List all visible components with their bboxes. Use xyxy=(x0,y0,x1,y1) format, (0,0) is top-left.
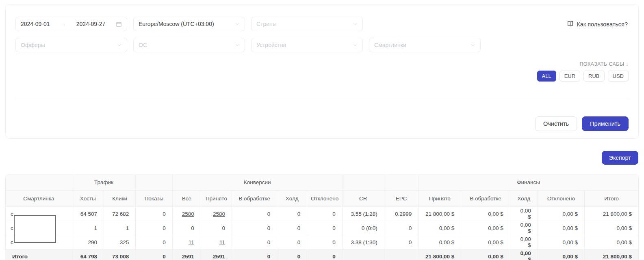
conv-processing-total: 0 xyxy=(232,249,277,260)
conversions-accepted-link[interactable]: 2580 xyxy=(213,211,225,217)
conversions-accepted-link[interactable]: 11 xyxy=(219,239,225,245)
clicks-total: 73 008 xyxy=(104,249,135,260)
conv-all-cell: 2591 xyxy=(172,249,201,260)
clicks-value: 72 682 xyxy=(104,207,135,221)
totals-row: Итого 64 798 73 008 0 2591 2591 0 0 0 21… xyxy=(6,249,638,260)
table-row: с 64 507 72 682 0 2580 2580 0 0 0 3.55 (… xyxy=(6,207,638,221)
column-header-cr: CR xyxy=(342,191,384,207)
column-header-shows: Показы xyxy=(135,191,172,207)
date-range-picker[interactable]: 2024-09-01 → 2024-09-27 xyxy=(15,17,127,31)
column-header-fin-hold: Холд xyxy=(510,191,538,207)
column-header-conv-processing: В обработке xyxy=(232,191,277,207)
swap-right-icon: → xyxy=(56,21,70,27)
group-header-empty xyxy=(384,174,418,191)
currency-button-rub[interactable]: RUB xyxy=(583,71,604,82)
show-subs-toggle[interactable]: ПОКАЗАТЬ САБЫ ↓ xyxy=(15,61,629,67)
stats-table: Трафик Конверсии Финансы Смартлинка Хост… xyxy=(6,174,638,260)
offers-select[interactable]: Офферы xyxy=(15,38,127,52)
epc-value: 0.2999 xyxy=(384,207,418,221)
fin-grand-total: 21 800,00 $ xyxy=(584,249,638,260)
hosts-value: 64 507 xyxy=(72,207,104,221)
fin-hold-value: 0,00 $ xyxy=(510,221,538,235)
fin-accepted-total: 21 800,00 $ xyxy=(418,249,461,260)
conv-hold-total: 0 xyxy=(277,249,307,260)
column-header-hosts: Хосты xyxy=(72,191,104,207)
fin-processing-total: 0,00 $ xyxy=(461,249,510,260)
export-button[interactable]: Экспорт xyxy=(602,151,638,165)
cr-value: 3.38 (1:30) xyxy=(342,235,384,249)
conv-all-cell: 2580 xyxy=(172,207,201,221)
currency-button-all[interactable]: ALL xyxy=(537,71,556,82)
fin-accepted-value: 0,00 $ xyxy=(418,221,461,235)
conv-processing-value: 0 xyxy=(232,207,277,221)
timezone-select[interactable]: Europe/Moscow (UTC+03:00) xyxy=(133,17,245,31)
fin-processing-value: 0,00 $ xyxy=(461,207,510,221)
fin-processing-value: 0,00 $ xyxy=(461,221,510,235)
apply-button[interactable]: Применить xyxy=(582,116,629,131)
chevron-down-icon xyxy=(471,43,475,47)
column-header-conv-all: Все xyxy=(172,191,201,207)
conv-hold-value: 0 xyxy=(277,207,307,221)
currency-button-eur[interactable]: EUR xyxy=(559,71,580,82)
fin-hold-total: 0,00 $ xyxy=(510,249,538,260)
how-to-use-link[interactable]: Как пользоваться? xyxy=(567,21,628,28)
chevron-down-icon xyxy=(117,43,122,47)
conversions-all-link[interactable]: 2580 xyxy=(182,211,194,217)
fin-declined-total: 0,00 $ xyxy=(538,249,584,260)
show-subs-label: ПОКАЗАТЬ САБЫ xyxy=(579,61,624,67)
conv-processing-value: 0 xyxy=(232,235,277,249)
conversions-all-total-link[interactable]: 2591 xyxy=(182,254,194,260)
cr-value: 3.55 (1:28) xyxy=(342,207,384,221)
group-header-empty xyxy=(342,174,384,191)
column-header-clicks: Клики xyxy=(104,191,135,207)
devices-select[interactable]: Устройства xyxy=(251,38,363,52)
fin-hold-value: 0,00 $ xyxy=(510,207,538,221)
column-header-conv-declined: Отклонено xyxy=(307,191,342,207)
conv-declined-value: 0 xyxy=(307,221,342,235)
hosts-total: 64 798 xyxy=(72,249,104,260)
conv-all-value: 0 xyxy=(172,221,201,235)
column-header-conv-hold: Холд xyxy=(277,191,307,207)
date-to[interactable]: 2024-09-27 xyxy=(76,21,106,27)
book-icon xyxy=(567,21,574,28)
filters-panel: 2024-09-01 → 2024-09-27 Europe/Moscow (U… xyxy=(5,4,639,139)
conv-hold-value: 0 xyxy=(277,221,307,235)
epc-total xyxy=(384,249,418,260)
conversions-accepted-total-link[interactable]: 2591 xyxy=(213,254,225,260)
hosts-value: 1 xyxy=(72,221,104,235)
export-row: Экспорт xyxy=(6,151,638,165)
chevron-down-icon xyxy=(235,43,240,47)
how-to-use-label: Как пользоваться? xyxy=(577,21,628,28)
fin-accepted-value: 0,00 $ xyxy=(418,235,461,249)
epc-value: 0 xyxy=(384,235,418,249)
filter-row-1: 2024-09-01 → 2024-09-27 Europe/Moscow (U… xyxy=(15,17,629,31)
date-from[interactable]: 2024-09-01 xyxy=(21,21,50,27)
chevron-down-icon xyxy=(235,21,240,26)
hosts-value: 290 xyxy=(72,235,104,249)
epc-value: 0 xyxy=(384,221,418,235)
countries-select[interactable]: Страны xyxy=(251,17,363,31)
column-header-fin-total: Итого xyxy=(584,191,638,207)
group-header-empty xyxy=(6,174,72,191)
fin-processing-value: 0,00 $ xyxy=(461,235,510,249)
conv-accepted-cell: 11 xyxy=(201,235,232,249)
redaction-overlay xyxy=(14,215,56,243)
table-row: с 290 325 0 11 11 0 0 0 3.38 (1:30) 0 0,… xyxy=(6,235,638,249)
fin-declined-value: 0,00 $ xyxy=(538,207,584,221)
shows-value: 0 xyxy=(135,207,172,221)
conversions-all-link[interactable]: 11 xyxy=(189,239,194,245)
os-select[interactable]: ОС xyxy=(133,38,245,52)
smartlinks-select[interactable]: Смартлинки xyxy=(369,38,481,52)
currency-button-usd[interactable]: USD xyxy=(608,71,629,82)
os-placeholder: ОС xyxy=(139,42,232,48)
conv-hold-value: 0 xyxy=(277,235,307,249)
clear-button[interactable]: Очистить xyxy=(535,116,577,131)
conv-declined-value: 0 xyxy=(307,207,342,221)
devices-placeholder: Устройства xyxy=(256,42,349,48)
fin-total-value: 21 800,00 $ xyxy=(584,207,638,221)
fin-hold-value: 0,00 $ xyxy=(510,235,538,249)
conv-processing-value: 0 xyxy=(232,221,277,235)
column-header-fin-accepted: Принято xyxy=(418,191,461,207)
shows-total: 0 xyxy=(135,249,172,260)
currency-switcher: ALL EUR RUB USD xyxy=(15,71,629,82)
